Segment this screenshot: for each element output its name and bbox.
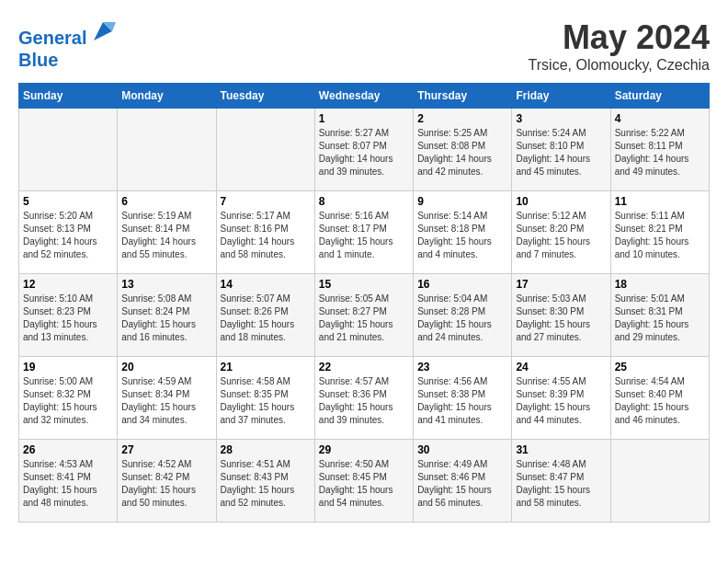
day-info: Sunrise: 4:52 AMSunset: 8:42 PMDaylight:… [121, 458, 211, 510]
day-cell: 14 Sunrise: 5:07 AMSunset: 8:26 PMDaylig… [216, 274, 314, 357]
header-friday: Friday [512, 84, 610, 109]
day-cell: 8 Sunrise: 5:16 AMSunset: 8:17 PMDayligh… [314, 191, 413, 274]
day-cell: 15 Sunrise: 5:05 AMSunset: 8:27 PMDaylig… [314, 274, 413, 357]
day-number: 24 [516, 361, 606, 373]
day-info: Sunrise: 5:11 AMSunset: 8:21 PMDaylight:… [615, 210, 705, 261]
day-number: 4 [615, 112, 705, 125]
day-info: Sunrise: 4:48 AMSunset: 8:47 PMDaylight:… [516, 458, 606, 510]
day-number: 27 [121, 443, 211, 456]
day-number: 16 [417, 278, 507, 291]
week-row-2: 5 Sunrise: 5:20 AMSunset: 8:13 PMDayligh… [19, 191, 710, 274]
day-number: 2 [417, 112, 507, 125]
day-info: Sunrise: 4:58 AMSunset: 8:35 PMDaylight:… [221, 375, 311, 427]
day-cell: 21 Sunrise: 4:58 AMSunset: 8:35 PMDaylig… [216, 357, 314, 440]
logo-icon [90, 18, 116, 44]
day-info: Sunrise: 5:07 AMSunset: 8:26 PMDaylight:… [221, 293, 311, 344]
week-row-1: 1 Sunrise: 5:27 AMSunset: 8:07 PMDayligh… [19, 109, 710, 191]
month-title: May 2024 [529, 18, 710, 57]
day-info: Sunrise: 5:12 AMSunset: 8:20 PMDaylight:… [516, 210, 606, 261]
day-cell: 2 Sunrise: 5:25 AMSunset: 8:08 PMDayligh… [414, 109, 512, 191]
day-info: Sunrise: 5:08 AMSunset: 8:24 PMDaylight:… [121, 293, 211, 344]
day-cell: 22 Sunrise: 4:57 AMSunset: 8:36 PMDaylig… [314, 357, 413, 440]
location-subtitle: Trsice, Olomoucky, Czechia [529, 57, 710, 74]
day-info: Sunrise: 5:27 AMSunset: 8:07 PMDaylight:… [319, 127, 409, 178]
day-number: 17 [516, 278, 606, 291]
day-number: 8 [319, 195, 409, 208]
day-info: Sunrise: 5:10 AMSunset: 8:23 PMDaylight:… [23, 293, 113, 344]
day-number: 19 [23, 361, 113, 373]
day-number: 30 [417, 443, 507, 456]
day-number: 13 [121, 278, 211, 291]
day-info: Sunrise: 5:24 AMSunset: 8:10 PMDaylight:… [516, 127, 606, 178]
day-number: 3 [516, 112, 606, 125]
day-info: Sunrise: 5:16 AMSunset: 8:17 PMDaylight:… [319, 210, 409, 261]
day-cell: 12 Sunrise: 5:10 AMSunset: 8:23 PMDaylig… [19, 274, 118, 357]
title-block: May 2024 Trsice, Olomoucky, Czechia [529, 18, 710, 74]
logo-general: General [18, 28, 86, 48]
day-info: Sunrise: 5:14 AMSunset: 8:18 PMDaylight:… [417, 210, 507, 261]
day-cell: 25 Sunrise: 4:54 AMSunset: 8:40 PMDaylig… [610, 357, 709, 440]
day-cell: 1 Sunrise: 5:27 AMSunset: 8:07 PMDayligh… [314, 109, 413, 191]
day-number: 21 [221, 361, 311, 373]
day-cell: 20 Sunrise: 4:59 AMSunset: 8:34 PMDaylig… [118, 357, 216, 440]
day-number: 12 [23, 278, 113, 291]
day-number: 31 [516, 443, 606, 456]
day-info: Sunrise: 4:55 AMSunset: 8:39 PMDaylight:… [516, 375, 606, 427]
header-sunday: Sunday [19, 84, 118, 109]
day-number: 28 [221, 443, 311, 456]
header-wednesday: Wednesday [314, 84, 413, 109]
day-number: 5 [23, 195, 113, 208]
day-cell: 23 Sunrise: 4:56 AMSunset: 8:38 PMDaylig… [414, 357, 512, 440]
day-cell: 10 Sunrise: 5:12 AMSunset: 8:20 PMDaylig… [512, 191, 610, 274]
day-info: Sunrise: 5:03 AMSunset: 8:30 PMDaylight:… [516, 293, 606, 344]
day-cell: 17 Sunrise: 5:03 AMSunset: 8:30 PMDaylig… [512, 274, 610, 357]
day-cell: 30 Sunrise: 4:49 AMSunset: 8:46 PMDaylig… [414, 440, 512, 523]
day-cell [216, 109, 314, 191]
day-number: 29 [319, 443, 409, 456]
day-cell: 29 Sunrise: 4:50 AMSunset: 8:45 PMDaylig… [314, 440, 413, 523]
header-tuesday: Tuesday [216, 84, 314, 109]
day-cell: 3 Sunrise: 5:24 AMSunset: 8:10 PMDayligh… [512, 109, 610, 191]
day-cell: 7 Sunrise: 5:17 AMSunset: 8:16 PMDayligh… [216, 191, 314, 274]
day-cell: 6 Sunrise: 5:19 AMSunset: 8:14 PMDayligh… [118, 191, 216, 274]
day-number: 10 [516, 195, 606, 208]
day-number: 25 [615, 361, 705, 373]
day-number: 22 [319, 361, 409, 373]
week-row-3: 12 Sunrise: 5:10 AMSunset: 8:23 PMDaylig… [19, 274, 710, 357]
day-number: 11 [615, 195, 705, 208]
day-cell: 24 Sunrise: 4:55 AMSunset: 8:39 PMDaylig… [512, 357, 610, 440]
day-number: 18 [615, 278, 705, 291]
day-info: Sunrise: 4:56 AMSunset: 8:38 PMDaylight:… [417, 375, 507, 427]
day-number: 26 [23, 443, 113, 456]
day-number: 14 [221, 278, 311, 291]
day-info: Sunrise: 4:53 AMSunset: 8:41 PMDaylight:… [23, 458, 113, 510]
day-info: Sunrise: 4:50 AMSunset: 8:45 PMDaylight:… [319, 458, 409, 510]
day-cell: 9 Sunrise: 5:14 AMSunset: 8:18 PMDayligh… [414, 191, 512, 274]
day-cell: 28 Sunrise: 4:51 AMSunset: 8:43 PMDaylig… [216, 440, 314, 523]
logo: General Blue [18, 18, 116, 71]
day-info: Sunrise: 4:54 AMSunset: 8:40 PMDaylight:… [615, 375, 705, 427]
day-cell [610, 440, 709, 523]
day-info: Sunrise: 5:20 AMSunset: 8:13 PMDaylight:… [23, 210, 113, 261]
week-row-5: 26 Sunrise: 4:53 AMSunset: 8:41 PMDaylig… [19, 440, 710, 523]
day-info: Sunrise: 5:05 AMSunset: 8:27 PMDaylight:… [319, 293, 409, 344]
logo-text: General [18, 18, 116, 49]
day-cell: 26 Sunrise: 4:53 AMSunset: 8:41 PMDaylig… [19, 440, 118, 523]
header-row: Sunday Monday Tuesday Wednesday Thursday… [19, 84, 710, 109]
day-cell: 5 Sunrise: 5:20 AMSunset: 8:13 PMDayligh… [19, 191, 118, 274]
day-info: Sunrise: 4:49 AMSunset: 8:46 PMDaylight:… [417, 458, 507, 510]
day-info: Sunrise: 5:25 AMSunset: 8:08 PMDaylight:… [417, 127, 507, 178]
day-info: Sunrise: 5:17 AMSunset: 8:16 PMDaylight:… [221, 210, 311, 261]
day-number: 9 [417, 195, 507, 208]
header-thursday: Thursday [414, 84, 512, 109]
day-cell [19, 109, 118, 191]
header-saturday: Saturday [610, 84, 709, 109]
day-cell: 13 Sunrise: 5:08 AMSunset: 8:24 PMDaylig… [118, 274, 216, 357]
day-cell: 19 Sunrise: 5:00 AMSunset: 8:32 PMDaylig… [19, 357, 118, 440]
day-cell: 16 Sunrise: 5:04 AMSunset: 8:28 PMDaylig… [414, 274, 512, 357]
day-info: Sunrise: 5:01 AMSunset: 8:31 PMDaylight:… [615, 293, 705, 344]
day-cell: 11 Sunrise: 5:11 AMSunset: 8:21 PMDaylig… [610, 191, 709, 274]
day-info: Sunrise: 5:22 AMSunset: 8:11 PMDaylight:… [615, 127, 705, 178]
day-number: 23 [417, 361, 507, 373]
day-info: Sunrise: 5:00 AMSunset: 8:32 PMDaylight:… [23, 375, 113, 427]
